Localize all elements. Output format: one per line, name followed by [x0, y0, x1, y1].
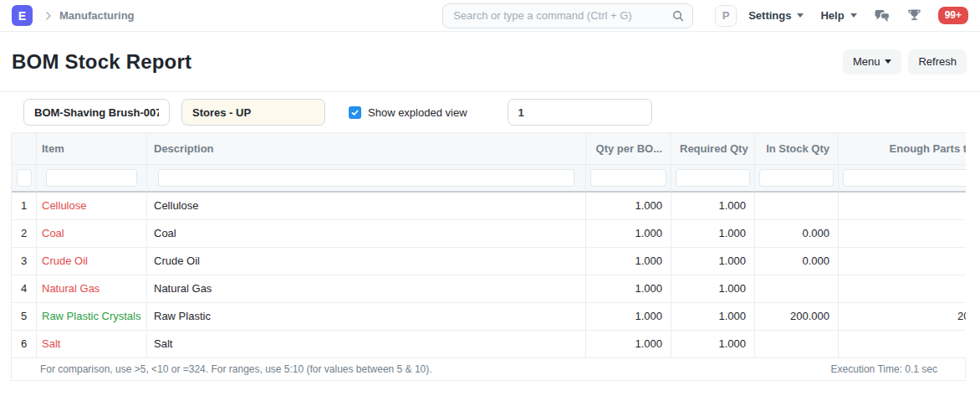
item-link[interactable]: Coal: [37, 220, 147, 248]
show-exploded-view-label: Show exploded view: [368, 106, 467, 119]
global-search: [442, 3, 693, 28]
enough-parts-cell: 200.000: [839, 303, 966, 331]
header-qty-per-bom[interactable]: Qty per BO...: [586, 133, 671, 165]
in-stock-qty-cell: [755, 193, 839, 220]
qty-per-bom-cell: 1.000: [586, 248, 671, 275]
report-filters: Show exploded view: [0, 92, 980, 132]
header-required-qty[interactable]: Required Qty: [671, 133, 755, 165]
required-qty-cell: 1.000: [671, 303, 755, 331]
chevron-down-icon: [797, 13, 804, 18]
item-link[interactable]: Raw Plastic Crystals: [37, 303, 147, 331]
qty-per-bom-cell: 1.000: [586, 303, 671, 331]
table-row: 3 Crude Oil Crude Oil 1.000 1.000 0.000: [12, 248, 966, 275]
breadcrumb-manufacturing[interactable]: Manufacturing: [59, 9, 135, 22]
in-stock-qty-cell: 0.000: [755, 220, 839, 248]
table-row: 1 Cellulose Cellulose 1.000 1.000: [12, 193, 966, 220]
column-filter-input[interactable]: [46, 169, 137, 187]
required-qty-cell: 1.000: [671, 275, 755, 303]
report-footer: For comparison, use >5, <10 or =324. For…: [11, 358, 966, 381]
qty-per-bom-cell: 1.000: [586, 275, 671, 303]
header-row-number: [12, 133, 37, 165]
item-link[interactable]: Cellulose: [37, 193, 147, 220]
description-cell: Crude Oil: [147, 248, 586, 275]
chat-icon[interactable]: [874, 8, 891, 23]
chevron-down-icon: [885, 59, 891, 64]
navbar: E Manufacturing P Settings Help: [0, 0, 980, 32]
app-logo[interactable]: E: [12, 5, 33, 26]
chevron-down-icon: [850, 13, 857, 18]
column-filter-input[interactable]: [759, 169, 834, 187]
qty-per-bom-cell: 1.000: [586, 193, 671, 220]
in-stock-qty-cell: 200.000: [755, 303, 839, 331]
help-dropdown[interactable]: Help: [820, 9, 856, 22]
enough-parts-cell: [839, 220, 966, 248]
show-exploded-view-checkbox[interactable]: Show exploded view: [342, 106, 467, 119]
header-item[interactable]: Item: [37, 133, 147, 165]
checkbox-checked-icon: [349, 106, 361, 119]
header-description[interactable]: Description: [147, 133, 586, 165]
enough-parts-cell: [839, 248, 966, 275]
enough-parts-cell: [839, 331, 966, 358]
row-number: 5: [12, 303, 37, 331]
comparison-hint: For comparison, use >5, <10 or =324. For…: [40, 363, 432, 375]
description-cell: Coal: [147, 220, 586, 248]
required-qty-cell: 1.000: [671, 220, 755, 248]
enough-parts-cell: [839, 275, 966, 303]
required-qty-cell: 1.000: [671, 331, 755, 358]
column-filter-input[interactable]: [17, 169, 32, 187]
table-body: 1 Cellulose Cellulose 1.000 1.000 2 Coal…: [12, 193, 966, 358]
row-number: 3: [12, 248, 37, 275]
column-filter-input[interactable]: [843, 169, 966, 187]
table-filter-row: [12, 165, 966, 193]
warehouse-filter-input[interactable]: [181, 99, 325, 126]
table-row: 4 Natural Gas Natural Gas 1.000 1.000: [12, 275, 966, 303]
settings-label: Settings: [748, 9, 791, 22]
table-row: 6 Salt Salt 1.000 1.000: [12, 331, 966, 358]
description-cell: Salt: [147, 331, 586, 358]
column-filter-input[interactable]: [676, 169, 750, 187]
search-icon: [671, 9, 685, 25]
in-stock-qty-cell: [755, 275, 839, 303]
row-number: 4: [12, 275, 37, 303]
item-link[interactable]: Crude Oil: [37, 248, 147, 275]
in-stock-qty-cell: 0.000: [755, 248, 839, 275]
item-link[interactable]: Salt: [37, 331, 147, 358]
description-cell: Natural Gas: [147, 275, 586, 303]
description-cell: Raw Plastic: [147, 303, 586, 331]
column-filter-input[interactable]: [590, 169, 666, 187]
required-qty-cell: 1.000: [671, 193, 755, 220]
trophy-icon[interactable]: [907, 8, 921, 23]
table-header-row: Item Description Qty per BO... Required …: [12, 133, 966, 165]
in-stock-qty-cell: [755, 331, 839, 358]
item-link[interactable]: Natural Gas: [37, 275, 147, 303]
header-enough-parts[interactable]: Enough Parts to: [839, 133, 966, 165]
qty-to-produce-input[interactable]: [508, 99, 652, 126]
row-number: 1: [12, 193, 37, 220]
settings-dropdown[interactable]: Settings: [748, 9, 804, 22]
menu-button[interactable]: Menu: [843, 49, 902, 75]
qty-per-bom-cell: 1.000: [586, 220, 671, 248]
description-cell: Cellulose: [147, 193, 586, 220]
bom-stock-report-page: E Manufacturing P Settings Help: [0, 0, 980, 401]
user-avatar[interactable]: P: [715, 5, 737, 27]
column-filter-input[interactable]: [158, 169, 574, 187]
help-label: Help: [820, 9, 844, 22]
chevron-right-icon: [43, 10, 54, 22]
notifications-badge[interactable]: 99+: [938, 7, 968, 24]
header-in-stock-qty[interactable]: In Stock Qty: [755, 133, 839, 165]
enough-parts-cell: [839, 193, 966, 220]
report-table: Item Description Qty per BO... Required …: [11, 132, 966, 358]
required-qty-cell: 1.000: [671, 248, 755, 275]
row-number: 2: [12, 220, 37, 248]
refresh-button[interactable]: Refresh: [908, 49, 967, 75]
page-head: BOM Stock Report Menu Refresh: [0, 32, 980, 92]
global-search-input[interactable]: [442, 3, 693, 28]
execution-time: Execution Time: 0.1 sec: [831, 363, 937, 375]
row-number: 6: [12, 331, 37, 358]
menu-button-label: Menu: [853, 55, 880, 68]
table-row: 5 Raw Plastic Crystals Raw Plastic 1.000…: [12, 303, 966, 331]
bom-filter-input[interactable]: [23, 99, 170, 126]
qty-per-bom-cell: 1.000: [586, 331, 671, 358]
table-row: 2 Coal Coal 1.000 1.000 0.000: [12, 220, 966, 248]
page-title: BOM Stock Report: [12, 50, 191, 74]
